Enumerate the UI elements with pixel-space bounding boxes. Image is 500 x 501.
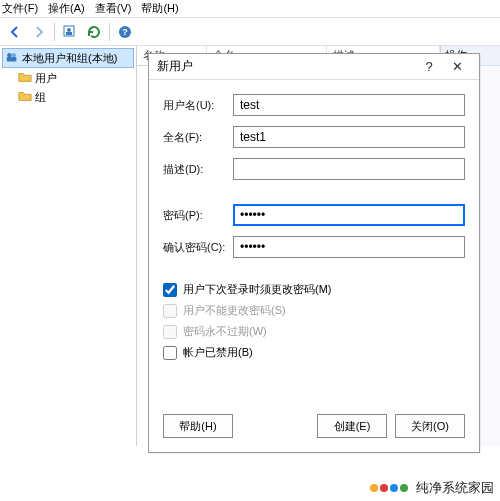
tree-item-groups[interactable]: 组 [16,88,134,106]
svg-point-1 [67,28,71,32]
account-disabled-label: 帐户已禁用(B) [183,345,253,360]
toolbar: ? [0,18,500,46]
checkbox-row-never-expire: 密码永不过期(W) [163,324,465,339]
svg-rect-2 [66,32,72,35]
back-icon[interactable] [4,21,26,43]
menu-bar: 文件(F) 操作(A) 查看(V) 帮助(H) [0,0,500,18]
tree-item-users[interactable]: 用户 [16,69,134,87]
toolbar-separator [109,23,110,41]
tree-item-label: 组 [35,90,46,105]
username-label: 用户名(U): [163,98,233,113]
menu-file[interactable]: 文件(F) [2,1,38,16]
create-button[interactable]: 创建(E) [317,414,387,438]
password-label: 密码(P): [163,208,233,223]
users-groups-icon [5,50,19,66]
confirm-password-label: 确认密码(C): [163,240,233,255]
never-expire-checkbox [163,325,177,339]
tree-item-label: 用户 [35,71,57,86]
tree-root-local-users-groups[interactable]: 本地用户和组(本地) [2,48,134,68]
confirm-password-input[interactable] [233,236,465,258]
watermark: 纯净系统家园 [370,479,494,497]
dot-icon [380,484,388,492]
dialog-titlebar: 新用户 ? ✕ [149,54,479,80]
account-disabled-checkbox[interactable] [163,346,177,360]
menu-help[interactable]: 帮助(H) [141,1,178,16]
close-icon[interactable]: ✕ [443,56,471,78]
dot-icon [370,484,378,492]
tree-root-label: 本地用户和组(本地) [22,51,117,66]
never-expire-label: 密码永不过期(W) [183,324,267,339]
dot-icon [400,484,408,492]
forward-icon[interactable] [28,21,50,43]
dialog-body: 用户名(U): 全名(F): 描述(D): 密码(P): 确认密码(C): 用户… [149,80,479,404]
dialog-button-row: 帮助(H) 创建(E) 关闭(O) [149,404,479,452]
description-label: 描述(D): [163,162,233,177]
svg-point-6 [12,53,16,57]
must-change-password-label: 用户下次登录时须更改密码(M) [183,282,332,297]
password-input[interactable] [233,204,465,226]
svg-text:?: ? [122,27,128,37]
checkbox-row-must-change[interactable]: 用户下次登录时须更改密码(M) [163,282,465,297]
folder-icon [18,70,32,86]
add-user-icon[interactable] [59,21,81,43]
checkbox-row-account-disabled[interactable]: 帐户已禁用(B) [163,345,465,360]
tree-pane: 本地用户和组(本地) 用户 组 [0,46,137,446]
svg-rect-7 [7,57,17,61]
description-input[interactable] [233,158,465,180]
help-icon[interactable]: ? [114,21,136,43]
menu-action[interactable]: 操作(A) [48,1,85,16]
refresh-icon[interactable] [83,21,105,43]
toolbar-separator [54,23,55,41]
dialog-title: 新用户 [157,58,415,75]
must-change-password-checkbox[interactable] [163,283,177,297]
new-user-dialog: 新用户 ? ✕ 用户名(U): 全名(F): 描述(D): 密码(P): 确认密… [148,53,480,453]
svg-point-5 [7,53,11,57]
help-button[interactable]: 帮助(H) [163,414,233,438]
fullname-input[interactable] [233,126,465,148]
close-button[interactable]: 关闭(O) [395,414,465,438]
username-input[interactable] [233,94,465,116]
dot-icon [390,484,398,492]
watermark-text: 纯净系统家园 [416,479,494,497]
menu-view[interactable]: 查看(V) [95,1,132,16]
cannot-change-password-checkbox [163,304,177,318]
checkbox-row-cannot-change: 用户不能更改密码(S) [163,303,465,318]
dialog-help-button[interactable]: ? [415,56,443,78]
watermark-dots [370,484,408,492]
folder-icon [18,89,32,105]
fullname-label: 全名(F): [163,130,233,145]
cannot-change-password-label: 用户不能更改密码(S) [183,303,286,318]
